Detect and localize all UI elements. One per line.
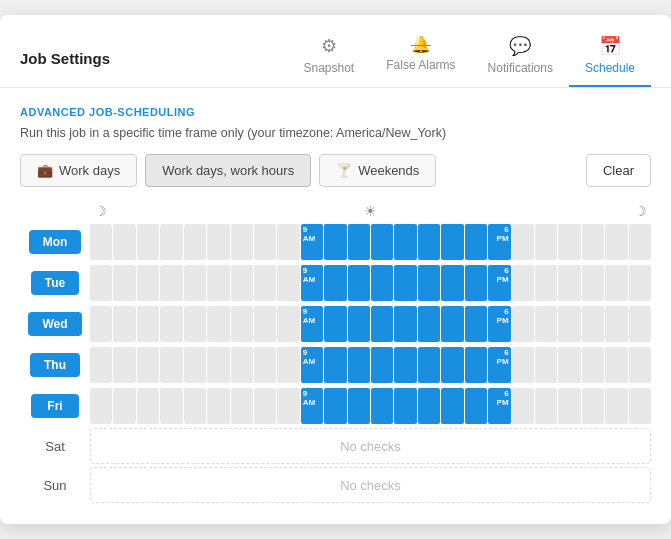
block-fri-17[interactable]: 6PM [488,388,510,424]
block-fri-1[interactable] [113,388,135,424]
block-tue-1[interactable] [113,265,135,301]
day-badge-wed[interactable]: Wed [28,312,81,336]
block-mon-22[interactable] [605,224,627,260]
block-mon-14[interactable] [418,224,440,260]
day-badge-thu[interactable]: Thu [30,353,80,377]
block-fri-2[interactable] [137,388,159,424]
block-fri-8[interactable] [277,388,299,424]
time-blocks-thu[interactable]: 9AM6PM [90,347,651,383]
time-blocks-tue[interactable]: 9AM6PM [90,265,651,301]
block-mon-17[interactable]: 6PM [488,224,510,260]
workdays-hours-button[interactable]: Work days, work hours [145,154,311,187]
block-tue-8[interactable] [277,265,299,301]
block-tue-14[interactable] [418,265,440,301]
block-wed-10[interactable] [324,306,346,342]
block-wed-12[interactable] [371,306,393,342]
block-wed-0[interactable] [90,306,112,342]
block-thu-23[interactable] [629,347,651,383]
block-mon-8[interactable] [277,224,299,260]
block-wed-23[interactable] [629,306,651,342]
block-fri-4[interactable] [184,388,206,424]
block-thu-14[interactable] [418,347,440,383]
block-thu-7[interactable] [254,347,276,383]
block-wed-13[interactable] [394,306,416,342]
block-thu-17[interactable]: 6PM [488,347,510,383]
block-wed-7[interactable] [254,306,276,342]
block-wed-1[interactable] [113,306,135,342]
block-mon-21[interactable] [582,224,604,260]
tab-snapshot[interactable]: ⚙ Snapshot [288,29,371,87]
block-mon-7[interactable] [254,224,276,260]
block-thu-0[interactable] [90,347,112,383]
block-wed-9[interactable]: 9AM [301,306,323,342]
workdays-button[interactable]: 💼 Work days [20,154,137,187]
block-tue-15[interactable] [441,265,463,301]
block-tue-12[interactable] [371,265,393,301]
block-fri-12[interactable] [371,388,393,424]
block-thu-3[interactable] [160,347,182,383]
block-tue-19[interactable] [535,265,557,301]
block-mon-5[interactable] [207,224,229,260]
block-wed-19[interactable] [535,306,557,342]
block-thu-2[interactable] [137,347,159,383]
block-wed-5[interactable] [207,306,229,342]
block-mon-15[interactable] [441,224,463,260]
block-thu-10[interactable] [324,347,346,383]
block-tue-0[interactable] [90,265,112,301]
block-fri-6[interactable] [231,388,253,424]
block-mon-19[interactable] [535,224,557,260]
block-wed-4[interactable] [184,306,206,342]
block-tue-5[interactable] [207,265,229,301]
day-badge-fri[interactable]: Fri [31,394,79,418]
block-fri-7[interactable] [254,388,276,424]
block-wed-21[interactable] [582,306,604,342]
block-wed-3[interactable] [160,306,182,342]
time-blocks-fri[interactable]: 9AM6PM [90,388,651,424]
block-fri-18[interactable] [512,388,534,424]
block-fri-13[interactable] [394,388,416,424]
block-tue-11[interactable] [348,265,370,301]
tab-notifications[interactable]: 💬 Notifications [472,29,569,87]
block-tue-7[interactable] [254,265,276,301]
block-tue-2[interactable] [137,265,159,301]
block-wed-18[interactable] [512,306,534,342]
block-thu-8[interactable] [277,347,299,383]
block-mon-2[interactable] [137,224,159,260]
time-blocks-mon[interactable]: 9AM6PM [90,224,651,260]
block-thu-18[interactable] [512,347,534,383]
day-badge-tue[interactable]: Tue [31,271,79,295]
block-wed-2[interactable] [137,306,159,342]
block-thu-15[interactable] [441,347,463,383]
block-wed-14[interactable] [418,306,440,342]
block-thu-6[interactable] [231,347,253,383]
block-fri-15[interactable] [441,388,463,424]
block-mon-18[interactable] [512,224,534,260]
block-fri-14[interactable] [418,388,440,424]
block-mon-0[interactable] [90,224,112,260]
block-tue-20[interactable] [558,265,580,301]
block-fri-5[interactable] [207,388,229,424]
block-wed-6[interactable] [231,306,253,342]
block-fri-0[interactable] [90,388,112,424]
block-mon-11[interactable] [348,224,370,260]
block-wed-15[interactable] [441,306,463,342]
block-mon-10[interactable] [324,224,346,260]
block-thu-9[interactable]: 9AM [301,347,323,383]
block-thu-19[interactable] [535,347,557,383]
block-thu-5[interactable] [207,347,229,383]
block-thu-20[interactable] [558,347,580,383]
block-wed-16[interactable] [465,306,487,342]
block-tue-21[interactable] [582,265,604,301]
block-wed-17[interactable]: 6PM [488,306,510,342]
block-thu-16[interactable] [465,347,487,383]
block-thu-1[interactable] [113,347,135,383]
weekends-button[interactable]: 🍸 Weekends [319,154,436,187]
block-thu-12[interactable] [371,347,393,383]
block-wed-22[interactable] [605,306,627,342]
block-mon-12[interactable] [371,224,393,260]
tab-false-alarms[interactable]: 🔔 False Alarms [370,29,471,87]
time-blocks-wed[interactable]: 9AM6PM [90,306,651,342]
block-tue-16[interactable] [465,265,487,301]
tab-schedule[interactable]: 📅 Schedule [569,29,651,87]
block-mon-3[interactable] [160,224,182,260]
